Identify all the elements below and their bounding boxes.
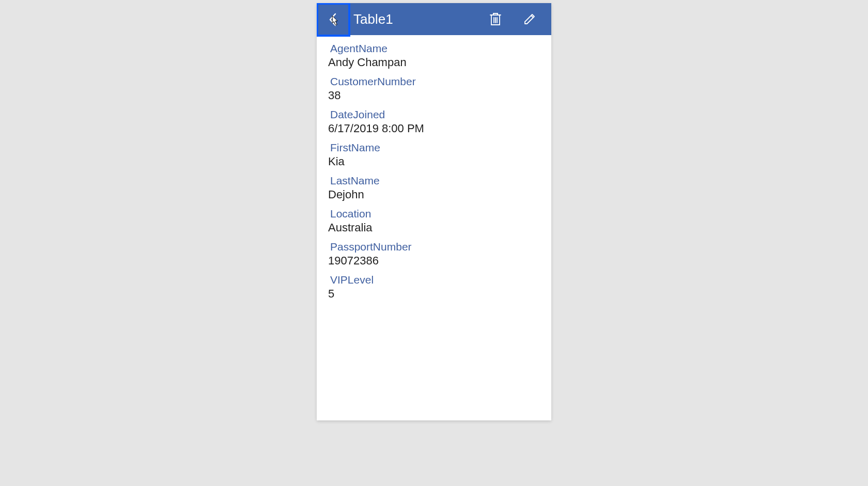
field-label: DateJoined <box>328 108 540 121</box>
field-value: 19072386 <box>328 254 540 268</box>
field-label: CustomerNumber <box>328 75 540 88</box>
field-label: FirstName <box>328 142 540 154</box>
field-firstname: FirstName Kia <box>328 142 540 168</box>
header-actions <box>483 7 545 32</box>
field-value: Dejohn <box>328 188 540 201</box>
chevron-left-icon <box>328 12 338 27</box>
field-label: PassportNumber <box>328 241 540 253</box>
trash-icon <box>489 12 502 26</box>
field-value: 5 <box>328 287 540 301</box>
field-label: VIPLevel <box>328 274 540 286</box>
back-button[interactable] <box>317 3 350 37</box>
field-passportnumber: PassportNumber 19072386 <box>328 241 540 268</box>
header-bar: Table1 <box>317 3 551 35</box>
delete-button[interactable] <box>483 7 508 32</box>
field-datejoined: DateJoined 6/17/2019 8:00 PM <box>328 108 540 135</box>
field-value: Kia <box>328 155 540 168</box>
app-window: Table1 AgentName Andy Champan CustomerNu… <box>317 3 551 420</box>
field-value: Andy Champan <box>328 56 540 69</box>
field-value: 6/17/2019 8:00 PM <box>328 122 540 135</box>
field-value: Australia <box>328 221 540 234</box>
field-label: AgentName <box>328 42 540 55</box>
field-customernumber: CustomerNumber 38 <box>328 75 540 102</box>
field-value: 38 <box>328 89 540 102</box>
field-label: Location <box>328 208 540 220</box>
field-location: Location Australia <box>328 208 540 234</box>
pencil-icon <box>523 12 536 26</box>
detail-form: AgentName Andy Champan CustomerNumber 38… <box>317 35 551 420</box>
edit-button[interactable] <box>517 7 542 32</box>
page-title: Table1 <box>350 11 483 27</box>
field-label: LastName <box>328 175 540 187</box>
field-agentname: AgentName Andy Champan <box>328 42 540 69</box>
field-viplevel: VIPLevel 5 <box>328 274 540 301</box>
field-lastname: LastName Dejohn <box>328 175 540 201</box>
